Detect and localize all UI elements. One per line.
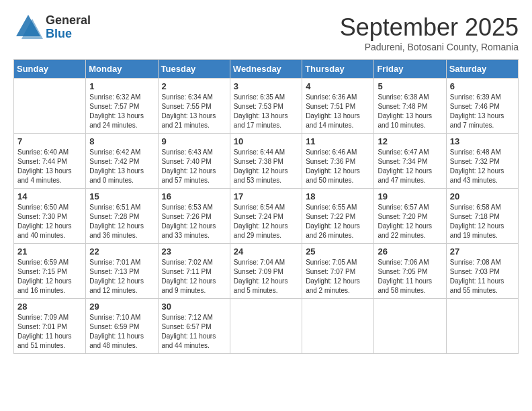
day-info: Sunrise: 6:38 AMSunset: 7:48 PMDaylight:… (378, 93, 442, 130)
day-info: Sunrise: 6:43 AMSunset: 7:40 PMDaylight:… (162, 148, 226, 185)
day-number: 18 (306, 191, 370, 201)
day-info: Sunrise: 6:46 AMSunset: 7:36 PMDaylight:… (306, 148, 370, 185)
calendar-cell: 28Sunrise: 7:09 AMSunset: 7:01 PMDayligh… (14, 299, 86, 354)
day-number: 13 (450, 136, 515, 146)
day-info: Sunrise: 6:57 AMSunset: 7:20 PMDaylight:… (378, 203, 442, 240)
day-number: 5 (378, 81, 442, 91)
day-number: 2 (162, 81, 226, 91)
calendar-cell: 30Sunrise: 7:12 AMSunset: 6:57 PMDayligh… (158, 299, 230, 354)
day-info: Sunrise: 7:08 AMSunset: 7:03 PMDaylight:… (450, 258, 515, 295)
day-number: 26 (378, 246, 442, 257)
day-number: 24 (234, 246, 298, 257)
day-number: 14 (17, 191, 82, 201)
calendar-week-row: 7Sunrise: 6:40 AMSunset: 7:44 PMDaylight… (14, 134, 519, 189)
calendar-cell: 18Sunrise: 6:55 AMSunset: 7:22 PMDayligh… (302, 189, 374, 244)
day-info: Sunrise: 6:59 AMSunset: 7:15 PMDaylight:… (17, 258, 82, 295)
calendar-cell: 6Sunrise: 6:39 AMSunset: 7:46 PMDaylight… (446, 79, 518, 134)
day-number: 7 (17, 136, 82, 146)
calendar-cell: 1Sunrise: 6:32 AMSunset: 7:57 PMDaylight… (86, 79, 158, 134)
day-number: 15 (89, 191, 154, 201)
calendar-cell: 4Sunrise: 6:36 AMSunset: 7:51 PMDaylight… (302, 79, 374, 134)
day-number: 16 (162, 191, 226, 201)
day-number: 20 (450, 191, 515, 201)
calendar-cell: 15Sunrise: 6:51 AMSunset: 7:28 PMDayligh… (86, 189, 158, 244)
day-info: Sunrise: 6:42 AMSunset: 7:42 PMDaylight:… (89, 148, 154, 185)
day-number: 23 (162, 246, 226, 257)
day-number: 25 (306, 246, 370, 257)
day-info: Sunrise: 6:44 AMSunset: 7:38 PMDaylight:… (234, 148, 298, 185)
day-number: 10 (234, 136, 298, 146)
calendar-cell: 17Sunrise: 6:54 AMSunset: 7:24 PMDayligh… (230, 189, 302, 244)
day-info: Sunrise: 6:50 AMSunset: 7:30 PMDaylight:… (17, 203, 82, 240)
day-number: 27 (450, 246, 515, 257)
day-number: 3 (234, 81, 298, 91)
day-info: Sunrise: 7:05 AMSunset: 7:07 PMDaylight:… (306, 258, 370, 295)
day-info: Sunrise: 6:40 AMSunset: 7:44 PMDaylight:… (17, 148, 82, 185)
day-info: Sunrise: 6:58 AMSunset: 7:18 PMDaylight:… (450, 203, 515, 240)
day-info: Sunrise: 6:51 AMSunset: 7:28 PMDaylight:… (89, 203, 154, 240)
day-info: Sunrise: 7:06 AMSunset: 7:05 PMDaylight:… (378, 258, 442, 295)
weekday-header: Monday (86, 60, 158, 79)
day-info: Sunrise: 6:48 AMSunset: 7:32 PMDaylight:… (450, 148, 515, 185)
day-info: Sunrise: 6:47 AMSunset: 7:34 PMDaylight:… (378, 148, 442, 185)
day-number: 19 (378, 191, 442, 201)
weekday-header: Tuesday (158, 60, 230, 79)
calendar-cell (446, 299, 518, 354)
day-info: Sunrise: 7:12 AMSunset: 6:57 PMDaylight:… (162, 313, 226, 351)
calendar-cell: 23Sunrise: 7:02 AMSunset: 7:11 PMDayligh… (158, 244, 230, 299)
calendar-table: SundayMondayTuesdayWednesdayThursdayFrid… (13, 59, 519, 354)
day-info: Sunrise: 7:10 AMSunset: 6:59 PMDaylight:… (89, 313, 154, 351)
day-number: 6 (450, 81, 515, 91)
calendar-cell: 19Sunrise: 6:57 AMSunset: 7:20 PMDayligh… (374, 189, 446, 244)
calendar-cell: 29Sunrise: 7:10 AMSunset: 6:59 PMDayligh… (86, 299, 158, 354)
calendar-cell: 16Sunrise: 6:53 AMSunset: 7:26 PMDayligh… (158, 189, 230, 244)
month-title: September 2025 (340, 13, 519, 42)
weekday-header: Saturday (446, 60, 518, 79)
logo-general: General (46, 13, 91, 27)
calendar-cell: 7Sunrise: 6:40 AMSunset: 7:44 PMDaylight… (14, 134, 86, 189)
calendar-cell: 12Sunrise: 6:47 AMSunset: 7:34 PMDayligh… (374, 134, 446, 189)
day-info: Sunrise: 7:01 AMSunset: 7:13 PMDaylight:… (89, 258, 154, 295)
calendar-cell: 26Sunrise: 7:06 AMSunset: 7:05 PMDayligh… (374, 244, 446, 299)
calendar-week-row: 28Sunrise: 7:09 AMSunset: 7:01 PMDayligh… (14, 299, 519, 354)
logo-text: General Blue (46, 14, 91, 41)
logo-icon (13, 13, 43, 39)
day-info: Sunrise: 6:34 AMSunset: 7:55 PMDaylight:… (162, 93, 226, 130)
calendar-week-row: 1Sunrise: 6:32 AMSunset: 7:57 PMDaylight… (14, 79, 519, 134)
day-number: 28 (17, 302, 82, 312)
day-info: Sunrise: 6:35 AMSunset: 7:53 PMDaylight:… (234, 93, 298, 130)
day-number: 21 (17, 246, 82, 257)
page-header: General Blue September 2025 Padureni, Bo… (13, 13, 519, 52)
calendar-cell: 10Sunrise: 6:44 AMSunset: 7:38 PMDayligh… (230, 134, 302, 189)
calendar-cell: 13Sunrise: 6:48 AMSunset: 7:32 PMDayligh… (446, 134, 518, 189)
calendar-cell: 21Sunrise: 6:59 AMSunset: 7:15 PMDayligh… (14, 244, 86, 299)
day-info: Sunrise: 6:54 AMSunset: 7:24 PMDaylight:… (234, 203, 298, 240)
title-area: September 2025 Padureni, Botosani County… (340, 13, 519, 52)
weekday-header: Wednesday (230, 60, 302, 79)
calendar-cell (230, 299, 302, 354)
calendar-cell: 3Sunrise: 6:35 AMSunset: 7:53 PMDaylight… (230, 79, 302, 134)
day-number: 1 (89, 81, 154, 91)
day-info: Sunrise: 7:02 AMSunset: 7:11 PMDaylight:… (162, 258, 226, 295)
calendar-cell: 25Sunrise: 7:05 AMSunset: 7:07 PMDayligh… (302, 244, 374, 299)
weekday-header: Sunday (14, 60, 86, 79)
day-number: 22 (89, 246, 154, 257)
calendar-cell (374, 299, 446, 354)
day-info: Sunrise: 6:32 AMSunset: 7:57 PMDaylight:… (89, 93, 154, 130)
day-number: 9 (162, 136, 226, 146)
calendar-cell: 27Sunrise: 7:08 AMSunset: 7:03 PMDayligh… (446, 244, 518, 299)
weekday-header: Friday (374, 60, 446, 79)
day-info: Sunrise: 7:04 AMSunset: 7:09 PMDaylight:… (234, 258, 298, 295)
day-number: 30 (162, 302, 226, 312)
day-number: 8 (89, 136, 154, 146)
day-info: Sunrise: 7:09 AMSunset: 7:01 PMDaylight:… (17, 313, 82, 351)
logo-blue: Blue (46, 27, 72, 40)
day-info: Sunrise: 6:36 AMSunset: 7:51 PMDaylight:… (306, 93, 370, 130)
day-number: 11 (306, 136, 370, 146)
calendar-cell (302, 299, 374, 354)
calendar-week-row: 14Sunrise: 6:50 AMSunset: 7:30 PMDayligh… (14, 189, 519, 244)
day-info: Sunrise: 6:39 AMSunset: 7:46 PMDaylight:… (450, 93, 515, 130)
calendar-cell: 20Sunrise: 6:58 AMSunset: 7:18 PMDayligh… (446, 189, 518, 244)
calendar-cell: 14Sunrise: 6:50 AMSunset: 7:30 PMDayligh… (14, 189, 86, 244)
calendar-week-row: 21Sunrise: 6:59 AMSunset: 7:15 PMDayligh… (14, 244, 519, 299)
